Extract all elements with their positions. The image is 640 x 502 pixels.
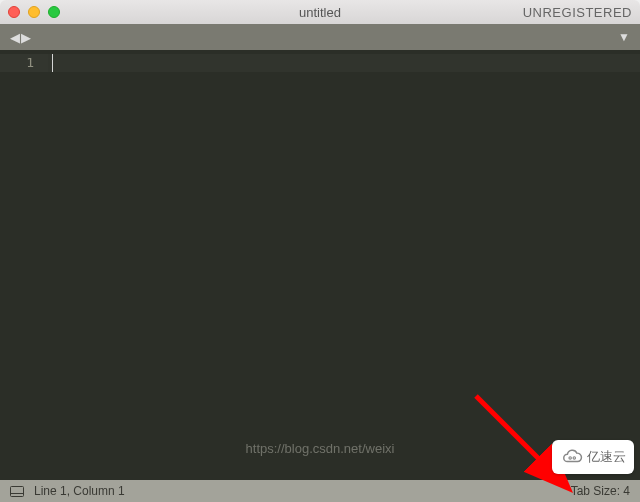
svg-rect-2 xyxy=(11,486,24,496)
tab-bar: ◀ ▶ ▼ xyxy=(0,24,640,50)
svg-point-5 xyxy=(573,457,575,459)
svg-point-4 xyxy=(568,457,570,459)
line-number: 1 xyxy=(0,54,48,72)
code-area[interactable] xyxy=(48,50,640,480)
status-bar: Line 1, Column 1 Tab Size: 4 xyxy=(0,480,640,502)
window-title: untitled xyxy=(0,5,640,20)
tab-overflow-icon[interactable]: ▼ xyxy=(618,30,630,44)
watermark-badge: 亿速云 xyxy=(552,440,634,474)
cursor-position-label[interactable]: Line 1, Column 1 xyxy=(34,484,125,498)
text-cursor xyxy=(52,54,53,72)
titlebar: untitled UNREGISTERED xyxy=(0,0,640,24)
editor-area[interactable]: 1 https://blog.csdn.net/weixi xyxy=(0,50,640,480)
tab-size-label[interactable]: Tab Size: 4 xyxy=(571,484,630,498)
editor-window: untitled UNREGISTERED ◀ ▶ ▼ 1 https://bl… xyxy=(0,0,640,502)
watermark-badge-text: 亿速云 xyxy=(587,448,626,466)
tab-nav: ◀ ▶ xyxy=(10,30,31,45)
tab-next-icon[interactable]: ▶ xyxy=(21,30,31,45)
tab-prev-icon[interactable]: ◀ xyxy=(10,30,20,45)
active-line-highlight xyxy=(48,54,640,72)
panel-switcher-icon[interactable] xyxy=(10,486,24,497)
gutter: 1 xyxy=(0,50,48,480)
cloud-icon xyxy=(561,446,583,468)
